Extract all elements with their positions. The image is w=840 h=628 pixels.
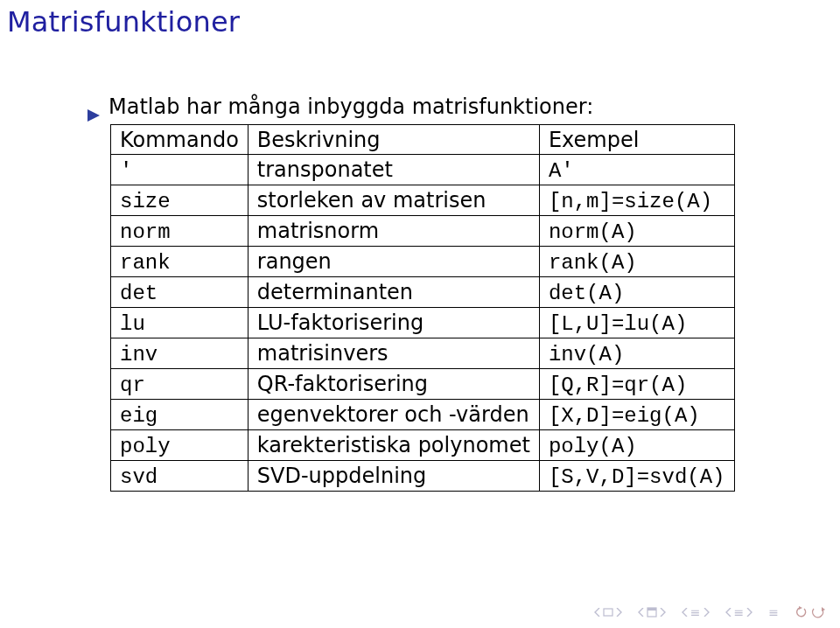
cell-exempel: norm(A): [539, 216, 734, 247]
chevron-left-icon: [594, 608, 601, 617]
functions-table: Kommando Beskrivning Exempel 'transponat…: [110, 124, 735, 492]
table-row: 'transponatetA': [111, 155, 735, 185]
chevron-right-icon: [615, 608, 622, 617]
cell-kommando: norm: [111, 216, 248, 247]
cell-exempel: [S,V,D]=svd(A): [539, 461, 734, 492]
document-icon: [647, 607, 657, 618]
cell-kommando: rank: [111, 247, 248, 277]
nav-section-group[interactable]: ≡: [682, 608, 710, 617]
cell-kommando: svd: [111, 461, 248, 492]
table-row: rankrangenrank(A): [111, 247, 735, 277]
table-row: normmatrisnormnorm(A): [111, 216, 735, 247]
cell-exempel: A': [539, 155, 734, 185]
equiv-icon: ≡: [690, 608, 701, 617]
cell-beskrivning: matrisinvers: [248, 338, 539, 369]
cell-exempel: [Q,R]=qr(A): [539, 369, 734, 400]
table-row: svdSVD-uppdelning[S,V,D]=svd(A): [111, 461, 735, 492]
svg-rect-1: [604, 609, 612, 616]
cell-kommando: ': [111, 155, 248, 185]
cell-kommando: size: [111, 185, 248, 216]
chevron-left-icon: [682, 608, 689, 617]
undo-icon: [794, 606, 808, 618]
chevron-left-icon: [638, 608, 645, 617]
bullet-triangle-icon: [88, 102, 100, 115]
cell-exempel: det(A): [539, 277, 734, 308]
box-icon: [603, 608, 613, 617]
table-row: detdeterminantendet(A): [111, 277, 735, 308]
table-row: luLU-faktorisering[L,U]=lu(A): [111, 308, 735, 338]
table-row: polykarekteristiska polynometpoly(A): [111, 430, 735, 461]
cell-beskrivning: storleken av matrisen: [248, 185, 539, 216]
chevron-right-icon: [746, 608, 752, 617]
slide-title: Matrisfunktioner: [7, 5, 240, 38]
svg-marker-4: [799, 606, 802, 610]
table-header-row: Kommando Beskrivning Exempel: [111, 125, 735, 155]
cell-beskrivning: QR-faktorisering: [248, 369, 539, 400]
cell-beskrivning: transponatet: [248, 155, 539, 185]
bullet-item: Matlab har många inbyggda matrisfunktion…: [88, 94, 770, 119]
chevron-left-icon: [725, 608, 732, 617]
cell-beskrivning: SVD-uppdelning: [248, 461, 539, 492]
cell-exempel: [L,U]=lu(A): [539, 308, 734, 338]
nav-prev-group[interactable]: [638, 607, 666, 618]
redo-icon: [810, 605, 826, 619]
chevron-right-icon: [703, 608, 710, 617]
slide-content: Matlab har många inbyggda matrisfunktion…: [88, 94, 770, 492]
table-row: eigegenvektorer och -värden[X,D]=eig(A): [111, 400, 735, 430]
nav-circular-group[interactable]: [794, 605, 826, 619]
cell-kommando: qr: [111, 369, 248, 400]
cell-beskrivning: LU-faktorisering: [248, 308, 539, 338]
nav-footer: ≡ ≡ ≡: [594, 605, 826, 619]
svg-marker-0: [88, 109, 100, 122]
cell-kommando: inv: [111, 338, 248, 369]
table-row: qrQR-faktorisering[Q,R]=qr(A): [111, 369, 735, 400]
chevron-right-icon: [659, 608, 666, 617]
table-row: invmatrisinversinv(A): [111, 338, 735, 369]
cell-kommando: det: [111, 277, 248, 308]
col-header-exempel: Exempel: [539, 125, 734, 155]
svg-rect-3: [648, 608, 656, 611]
cell-beskrivning: matrisnorm: [248, 216, 539, 247]
col-header-beskrivning: Beskrivning: [248, 125, 539, 155]
cell-kommando: lu: [111, 308, 248, 338]
nav-next-group[interactable]: ≡: [725, 608, 753, 617]
cell-beskrivning: determinanten: [248, 277, 539, 308]
cell-kommando: eig: [111, 400, 248, 430]
cell-beskrivning: karekteristiska polynomet: [248, 430, 539, 461]
cell-exempel: rank(A): [539, 247, 734, 277]
cell-beskrivning: egenvektorer och -värden: [248, 400, 539, 430]
equiv-standalone-icon: ≡: [768, 605, 779, 619]
cell-beskrivning: rangen: [248, 247, 539, 277]
cell-exempel: [n,m]=size(A): [539, 185, 734, 216]
col-header-kommando: Kommando: [111, 125, 248, 155]
table-row: sizestorleken av matrisen[n,m]=size(A): [111, 185, 735, 216]
equiv-icon: ≡: [734, 608, 745, 617]
nav-first-group[interactable]: [594, 608, 622, 617]
cell-exempel: [X,D]=eig(A): [539, 400, 734, 430]
cell-exempel: inv(A): [539, 338, 734, 369]
cell-kommando: poly: [111, 430, 248, 461]
bullet-text: Matlab har många inbyggda matrisfunktion…: [108, 94, 593, 119]
cell-exempel: poly(A): [539, 430, 734, 461]
